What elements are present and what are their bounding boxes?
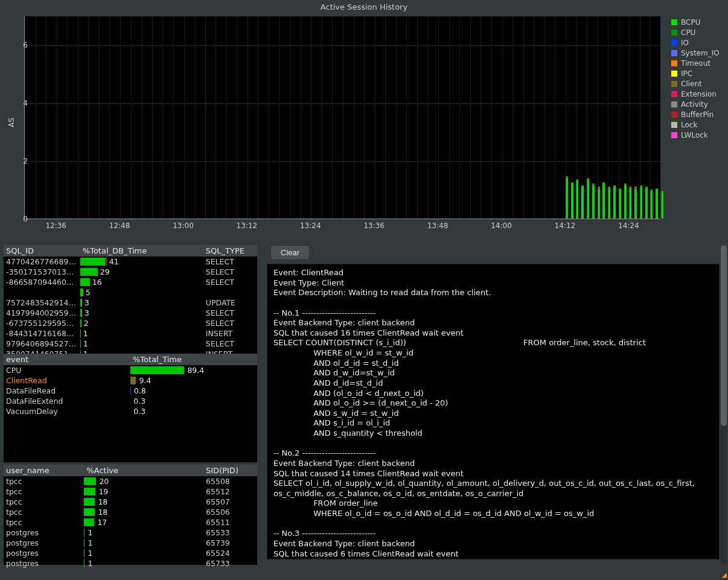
table-row[interactable]: 75724835429149…3UPDATE — [4, 298, 257, 308]
clear-button[interactable]: Clear — [270, 245, 310, 260]
table-row[interactable]: DataFileRead0.8 — [4, 386, 257, 396]
legend-swatch-icon — [671, 40, 677, 46]
col-sql-id[interactable]: SQL_ID — [4, 245, 80, 257]
col-pct-db-time[interactable]: %Total_DB_Time — [80, 245, 203, 257]
detail-scrollbar[interactable] — [721, 245, 727, 565]
xtick: 12:48 — [107, 221, 132, 230]
legend-item[interactable]: Activity — [671, 99, 726, 109]
table-row[interactable]: postgres165524 — [4, 548, 257, 558]
xtick: 13:24 — [298, 221, 322, 230]
event-name-cell: DataFileExtend — [4, 397, 130, 406]
table-row[interactable]: 41979940029594…3SELECT — [4, 308, 257, 318]
col-event[interactable]: event — [4, 354, 130, 365]
chart-bar[interactable] — [645, 186, 648, 218]
chart-title: Active Session History — [0, 0, 728, 13]
table-row[interactable]: postgres165733 — [4, 558, 257, 569]
legend-item[interactable]: CPU — [671, 27, 726, 37]
pct-bar-cell: 17 — [84, 518, 203, 527]
col-sid-pid[interactable]: SID(PID) — [203, 465, 257, 476]
sql-id-cell: -35017153701336… — [4, 267, 80, 276]
ash-chart[interactable]: AS 024612:3612:4813:0013:1213:2413:3613:… — [4, 13, 662, 228]
table-row[interactable]: tpcc1865507 — [4, 497, 257, 507]
xtick: 13:12 — [235, 221, 259, 230]
table-row[interactable]: -86658709446094…16SELECT — [4, 277, 257, 287]
chart-bar[interactable] — [592, 183, 595, 218]
table-row[interactable]: ClientRead9.4 — [4, 375, 257, 386]
ytick: 0 — [12, 215, 28, 223]
pct-bar-cell: 29 — [80, 267, 203, 276]
legend-item[interactable]: Lock — [671, 120, 726, 130]
sql-type-cell: UPDATE — [203, 298, 257, 307]
pct-bar-cell: 9.4 — [130, 376, 257, 385]
chart-bar[interactable] — [613, 185, 616, 218]
chart-plot[interactable] — [24, 16, 660, 219]
event-table[interactable]: event %Total_Time CPU89.4ClientRead9.4Da… — [4, 354, 257, 462]
table-row[interactable]: 5 — [4, 287, 257, 298]
user-name-cell: tpcc — [4, 497, 84, 506]
sql-id-cell: -67375512959569… — [4, 319, 80, 328]
legend-item[interactable]: BufferPin — [671, 109, 726, 120]
sql-type-cell: SELECT — [203, 319, 257, 328]
chart-bar[interactable] — [656, 188, 658, 218]
legend-label: System_IO — [681, 49, 720, 57]
legend-item[interactable]: Timeout — [671, 58, 726, 68]
legend-label: BCPU — [681, 18, 700, 27]
xtick: 14:24 — [616, 221, 640, 230]
pct-bar-cell: 0.8 — [130, 386, 257, 395]
sid-cell: 65506 — [203, 508, 257, 517]
table-row[interactable]: tpcc1865506 — [4, 507, 257, 517]
resize-grip-icon[interactable]: ◢ — [722, 571, 727, 579]
table-row[interactable]: VacuumDelay0.3 — [4, 406, 257, 416]
detail-scrollthumb[interactable] — [721, 245, 727, 426]
table-row[interactable]: tpcc2065508 — [4, 476, 257, 486]
xtick: 13:48 — [426, 221, 450, 230]
table-row[interactable]: CPU89.4 — [4, 365, 257, 375]
chart-bar[interactable] — [581, 185, 584, 218]
legend-item[interactable]: IPC — [671, 68, 726, 78]
col-pct-active[interactable]: %Active — [84, 465, 203, 476]
table-row[interactable]: tpcc1765511 — [4, 517, 257, 527]
user-name-cell: tpcc — [4, 487, 84, 496]
chart-bar[interactable] — [634, 186, 637, 218]
pct-bar-cell: 18 — [84, 508, 203, 517]
chart-bar[interactable] — [602, 182, 605, 218]
legend-swatch-icon — [671, 60, 677, 66]
chart-bar[interactable] — [624, 183, 627, 218]
legend-item[interactable]: LWLock — [671, 130, 726, 140]
table-row[interactable]: -84431471616830…1INSERT — [4, 328, 257, 339]
legend-item[interactable]: IO — [671, 37, 726, 48]
pct-bar-cell: 1 — [84, 559, 203, 568]
table-row[interactable]: postgres165533 — [4, 527, 257, 538]
sql-id-cell: -84431471616830… — [4, 329, 80, 338]
table-row[interactable]: DataFileExtend0.3 — [4, 396, 257, 406]
sql-table[interactable]: SQL_ID %Total_DB_Time SQL_TYPE 477042677… — [4, 245, 257, 354]
sid-cell: 65739 — [203, 538, 257, 547]
legend-item[interactable]: BCPU — [671, 17, 726, 27]
user-table[interactable]: user_name %Active SID(PID) tpcc2065508tp… — [4, 465, 257, 565]
legend-label: Lock — [681, 121, 697, 129]
legend-swatch-icon — [671, 81, 677, 87]
legend-item[interactable]: Client — [671, 78, 726, 89]
chart-bar[interactable] — [571, 182, 573, 218]
event-name-cell: DataFileRead — [4, 386, 130, 395]
table-row[interactable]: 97964068945278…1SELECT — [4, 339, 257, 349]
xtick: 14:00 — [490, 221, 514, 230]
sql-id-cell: 97964068945278… — [4, 339, 80, 348]
pct-bar-cell: 1 — [84, 528, 203, 537]
table-row[interactable]: 47704267766894…41SELECT — [4, 257, 257, 267]
col-user-name[interactable]: user_name — [4, 465, 84, 476]
sql-type-cell: SELECT — [203, 339, 257, 348]
col-pct-total-time[interactable]: %Total_Time — [130, 354, 257, 365]
table-row[interactable]: -67375512959569…2SELECT — [4, 318, 257, 328]
legend-swatch-icon — [671, 50, 677, 56]
legend-item[interactable]: System_IO — [671, 48, 726, 58]
table-row[interactable]: postgres165739 — [4, 538, 257, 548]
chart-legend: BCPUCPUIOSystem_IOTimeoutIPCClientExtens… — [671, 17, 726, 140]
table-row[interactable]: -35017153701336…29SELECT — [4, 267, 257, 277]
sql-id-cell: 75724835429149… — [4, 298, 80, 307]
pct-bar-cell: 89.4 — [130, 366, 257, 375]
table-row[interactable]: tpcc1965512 — [4, 486, 257, 497]
event-detail-text[interactable]: Event: ClientRead Event Type: Client Eve… — [267, 264, 720, 559]
col-sql-type[interactable]: SQL_TYPE — [203, 245, 257, 257]
legend-item[interactable]: Extension — [671, 89, 726, 99]
